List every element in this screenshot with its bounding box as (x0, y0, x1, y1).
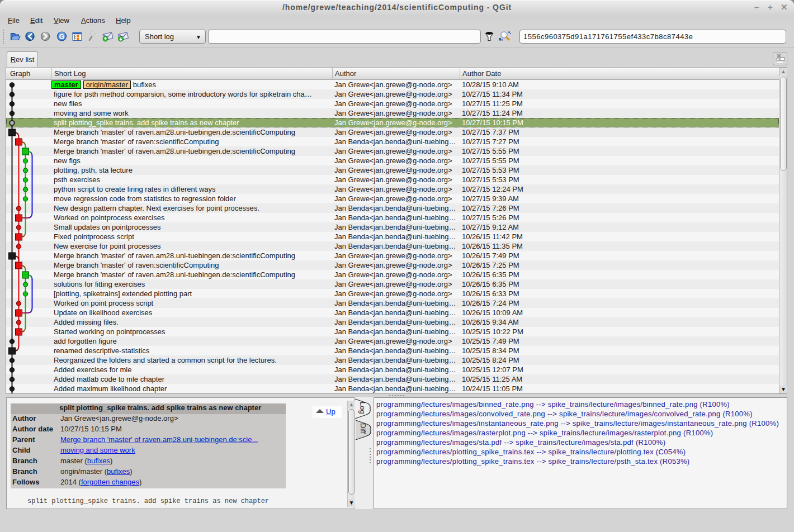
svg-text:G: G (59, 32, 64, 41)
